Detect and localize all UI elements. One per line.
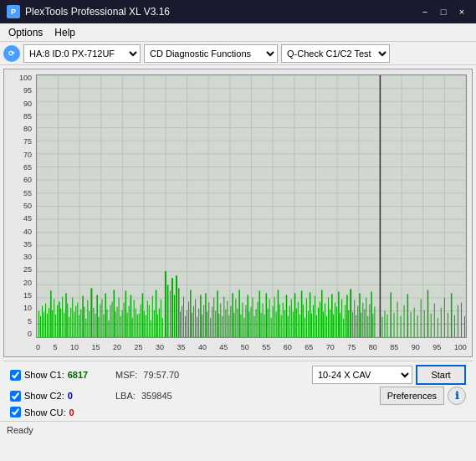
svg-rect-252 [417, 315, 418, 337]
show-c2-checkbox[interactable] [10, 391, 21, 402]
svg-rect-129 [187, 310, 187, 337]
svg-rect-112 [142, 293, 144, 337]
svg-rect-170 [256, 310, 257, 337]
info-button[interactable]: ℹ [448, 387, 466, 405]
svg-rect-66 [75, 306, 76, 337]
close-button[interactable]: × [454, 4, 469, 19]
preferences-button[interactable]: Preferences [380, 387, 444, 405]
svg-rect-52 [52, 310, 53, 337]
svg-rect-183 [278, 289, 279, 337]
x-label-0: 0 [36, 343, 40, 351]
svg-rect-131 [190, 289, 192, 337]
info-row-c2: Show C2: 0 LBA: 359845 Preferences ℹ [10, 387, 466, 405]
svg-rect-98 [131, 295, 132, 337]
x-label-75: 75 [347, 343, 356, 351]
cu-label-text: Show CU: [24, 407, 66, 417]
svg-rect-99 [132, 318, 133, 337]
svg-rect-126 [182, 306, 182, 337]
svg-rect-114 [146, 315, 146, 337]
show-cu-label: Show CU: 0 [10, 407, 102, 417]
svg-rect-156 [232, 293, 233, 337]
svg-rect-241 [381, 317, 382, 337]
status-bar: Ready [0, 421, 476, 438]
svg-rect-102 [137, 315, 138, 337]
svg-rect-239 [372, 314, 373, 337]
svg-rect-181 [274, 297, 275, 337]
svg-rect-152 [225, 310, 226, 337]
svg-rect-64 [72, 298, 73, 337]
svg-rect-118 [152, 296, 153, 337]
svg-rect-257 [434, 304, 435, 337]
svg-rect-258 [438, 318, 438, 337]
lba-value: 359845 [141, 391, 172, 401]
svg-rect-229 [356, 315, 356, 337]
svg-rect-107 [174, 295, 175, 337]
svg-rect-138 [202, 315, 202, 337]
svg-rect-134 [195, 300, 196, 337]
svg-rect-206 [316, 315, 317, 337]
show-c1-checkbox[interactable] [10, 370, 21, 381]
y-label-65: 65 [23, 164, 34, 172]
svg-rect-227 [352, 312, 353, 337]
svg-rect-145 [213, 298, 214, 337]
svg-rect-242 [384, 311, 385, 337]
svg-rect-259 [441, 308, 442, 337]
svg-rect-44 [38, 311, 39, 337]
svg-rect-219 [338, 291, 340, 337]
show-cu-checkbox[interactable] [10, 407, 21, 417]
lba-label: LBA: [115, 391, 136, 401]
svg-rect-47 [44, 312, 44, 337]
svg-rect-50 [49, 308, 49, 337]
x-label-55: 55 [262, 343, 270, 351]
y-label-40: 40 [23, 228, 34, 236]
svg-rect-46 [42, 306, 43, 337]
y-label-50: 50 [23, 202, 34, 210]
svg-rect-139 [203, 305, 204, 337]
menu-options[interactable]: Options [3, 25, 48, 40]
svg-rect-210 [323, 312, 324, 337]
svg-rect-209 [321, 289, 323, 337]
svg-rect-85 [109, 320, 110, 337]
svg-rect-162 [242, 303, 243, 337]
x-label-70: 70 [326, 343, 335, 351]
menu-help[interactable]: Help [49, 25, 80, 40]
svg-rect-234 [364, 310, 365, 337]
svg-rect-197 [301, 290, 303, 337]
svg-rect-124 [162, 318, 163, 337]
device-select[interactable]: HA:8 ID:0 PX-712UF [23, 44, 141, 63]
y-label-75: 75 [23, 138, 34, 146]
svg-rect-54 [55, 315, 56, 337]
test-select[interactable]: Q-Check C1/C2 Test [281, 44, 390, 63]
svg-rect-221 [341, 300, 342, 337]
x-label-60: 60 [284, 343, 292, 351]
svg-rect-262 [451, 293, 453, 337]
y-label-20: 20 [23, 279, 34, 287]
show-c2-label: Show C2: 0 [10, 391, 102, 402]
x-label-90: 90 [412, 343, 420, 351]
svg-rect-264 [458, 305, 458, 337]
svg-rect-249 [407, 295, 409, 337]
minimize-button[interactable]: − [417, 4, 432, 19]
svg-rect-168 [253, 298, 253, 337]
svg-rect-214 [330, 310, 330, 337]
svg-rect-260 [444, 298, 445, 337]
svg-rect-101 [136, 309, 136, 337]
svg-rect-132 [192, 313, 192, 337]
start-button[interactable]: Start [416, 365, 466, 385]
x-label-20: 20 [113, 343, 121, 351]
c1-value: 6817 [68, 370, 88, 380]
svg-rect-119 [154, 310, 155, 337]
speed-select[interactable]: 10-24 X CAV 4 X 8 X 16 X 24 X Max [312, 366, 412, 384]
svg-rect-117 [151, 320, 151, 337]
menu-bar: Options Help [0, 23, 476, 42]
svg-rect-213 [328, 298, 329, 337]
info-panel: Show C1: 6817 MSF: 79:57.70 10-24 X CAV … [3, 361, 473, 421]
svg-rect-164 [245, 305, 246, 337]
svg-rect-80 [100, 305, 100, 337]
svg-rect-53 [54, 300, 54, 337]
y-label-70: 70 [23, 151, 34, 159]
svg-rect-160 [238, 289, 240, 337]
svg-rect-72 [85, 319, 86, 337]
maximize-button[interactable]: □ [436, 4, 451, 19]
function-select[interactable]: CD Diagnostic Functions [144, 44, 278, 63]
